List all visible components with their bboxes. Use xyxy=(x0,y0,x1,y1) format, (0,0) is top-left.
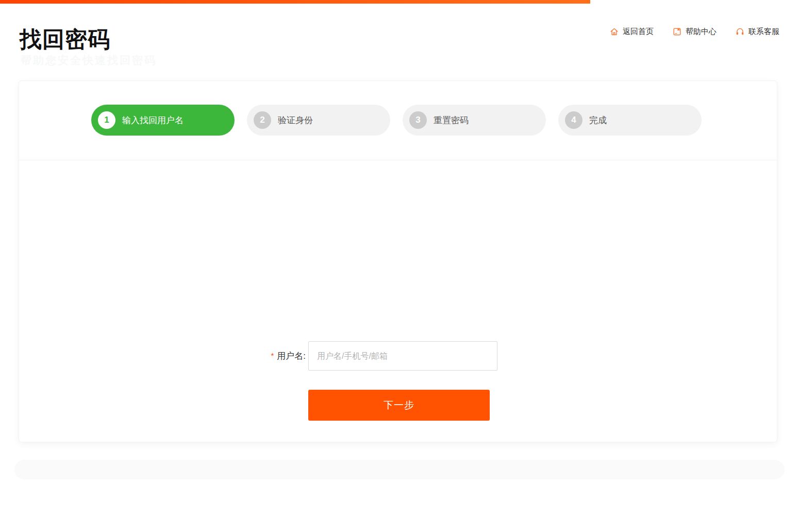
next-step-button[interactable]: 下一步 xyxy=(308,390,490,421)
step-2-pill: 2 验证身份 xyxy=(247,105,390,136)
steps-bar: 1 输入找回用户名 2 验证身份 3 重置密码 4 完成 xyxy=(19,81,777,160)
step-label: 输入找回用户名 xyxy=(122,114,184,126)
header-link-label: 返回首页 xyxy=(623,27,654,37)
header-links: 返回首页 帮助中心 联系客服 xyxy=(609,27,779,37)
step-label: 重置密码 xyxy=(434,114,469,126)
step-number-badge: 2 xyxy=(254,111,271,129)
help-center-icon xyxy=(672,27,682,37)
footer-ghost-band xyxy=(14,460,785,479)
header-link-help[interactable]: 帮助中心 xyxy=(672,27,717,37)
step-label: 完成 xyxy=(589,114,607,126)
ghost-subtitle: 帮助您安全快速找回密码 xyxy=(21,53,157,68)
step-1-pill: 1 输入找回用户名 xyxy=(91,105,235,136)
header-link-label: 联系客服 xyxy=(748,27,779,37)
step-label: 验证身份 xyxy=(278,114,313,126)
header-link-home[interactable]: 返回首页 xyxy=(609,27,654,37)
loading-progress-bar xyxy=(0,0,590,4)
home-icon xyxy=(609,27,619,37)
header-link-service[interactable]: 联系客服 xyxy=(735,27,779,37)
step-number-badge: 3 xyxy=(409,111,427,129)
username-label-text: 用户名: xyxy=(277,351,306,361)
username-input[interactable] xyxy=(308,341,497,371)
recovery-form: *用户名: 下一步 xyxy=(19,160,777,442)
step-number-badge: 1 xyxy=(98,111,115,129)
page-title: 找回密码 xyxy=(20,25,110,55)
step-number-badge: 4 xyxy=(565,111,582,129)
required-asterisk: * xyxy=(271,351,274,360)
username-label: *用户名: xyxy=(271,350,306,362)
header-link-label: 帮助中心 xyxy=(686,27,717,37)
recovery-card: 1 输入找回用户名 2 验证身份 3 重置密码 4 完成 *用户名: 下一步 xyxy=(19,80,777,442)
headset-icon xyxy=(735,27,745,37)
step-3-pill: 3 重置密码 xyxy=(403,105,546,136)
step-4-pill: 4 完成 xyxy=(558,105,702,136)
